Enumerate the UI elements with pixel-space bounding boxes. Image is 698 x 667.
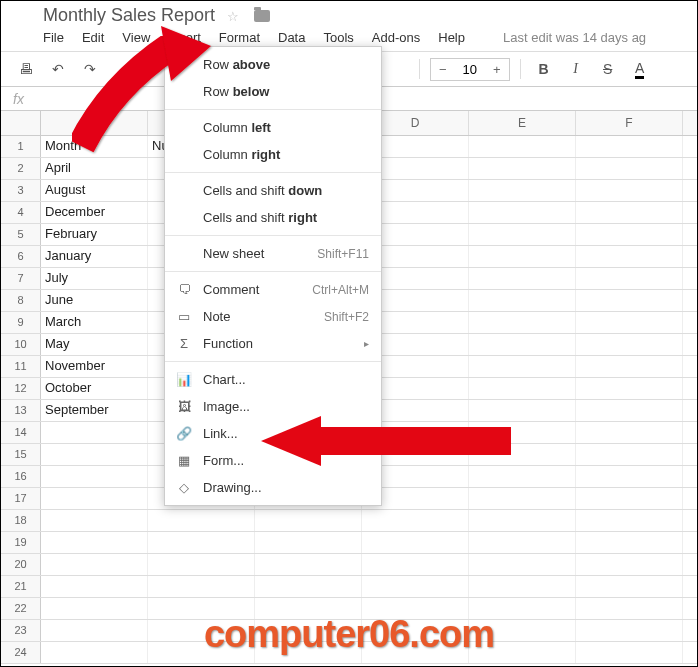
select-all-corner[interactable] [1, 111, 41, 135]
cell[interactable] [576, 158, 683, 179]
print-icon[interactable]: 🖶 [13, 56, 39, 82]
row-header[interactable]: 15 [1, 444, 41, 465]
cell[interactable] [469, 510, 576, 531]
cell[interactable]: June [41, 290, 148, 311]
menu-item-column-right[interactable]: Column right [165, 141, 381, 168]
row-header[interactable]: 13 [1, 400, 41, 421]
row-header[interactable]: 17 [1, 488, 41, 509]
cell[interactable] [469, 576, 576, 597]
cell[interactable] [576, 246, 683, 267]
cell[interactable]: July [41, 268, 148, 289]
cell[interactable]: August [41, 180, 148, 201]
cell[interactable] [41, 576, 148, 597]
cell[interactable] [576, 554, 683, 575]
cell[interactable] [469, 444, 576, 465]
italic-icon[interactable]: I [563, 56, 589, 82]
cell[interactable] [41, 554, 148, 575]
text-color-icon[interactable]: A [627, 56, 653, 82]
cell[interactable] [41, 510, 148, 531]
row-header[interactable]: 11 [1, 356, 41, 377]
cell[interactable] [576, 400, 683, 421]
menu-item-comment[interactable]: 🗨CommentCtrl+Alt+M [165, 276, 381, 303]
undo-icon[interactable]: ↶ [45, 56, 71, 82]
strikethrough-icon[interactable]: S [595, 56, 621, 82]
cell[interactable] [576, 268, 683, 289]
cell[interactable]: December [41, 202, 148, 223]
cell[interactable] [469, 246, 576, 267]
cell[interactable]: March [41, 312, 148, 333]
cell[interactable] [469, 290, 576, 311]
row-header[interactable]: 4 [1, 202, 41, 223]
menu-item-image[interactable]: 🖼Image... [165, 393, 381, 420]
cell[interactable] [41, 444, 148, 465]
menu-insert[interactable]: Insert [168, 30, 201, 45]
cell[interactable] [576, 334, 683, 355]
menu-view[interactable]: View [122, 30, 150, 45]
folder-icon[interactable] [254, 10, 270, 22]
menu-item-drawing[interactable]: ◇Drawing... [165, 474, 381, 501]
cell[interactable] [148, 510, 255, 531]
cell[interactable] [362, 510, 469, 531]
row-header[interactable]: 12 [1, 378, 41, 399]
row-header[interactable]: 16 [1, 466, 41, 487]
cell[interactable] [576, 466, 683, 487]
cell[interactable] [469, 554, 576, 575]
cell[interactable] [41, 532, 148, 553]
menu-item-chart[interactable]: 📊Chart... [165, 366, 381, 393]
row-header[interactable]: 3 [1, 180, 41, 201]
font-size-control[interactable]: − 10 + [430, 58, 510, 81]
last-edit-text[interactable]: Last edit was 14 days ag [503, 30, 646, 45]
cell[interactable] [576, 444, 683, 465]
bold-icon[interactable]: B [531, 56, 557, 82]
cell[interactable] [41, 466, 148, 487]
row-header[interactable]: 9 [1, 312, 41, 333]
menu-item-cells-shift-down[interactable]: Cells and shift down [165, 177, 381, 204]
row-header[interactable]: 6 [1, 246, 41, 267]
cell[interactable] [41, 422, 148, 443]
cell[interactable]: February [41, 224, 148, 245]
cell[interactable]: September [41, 400, 148, 421]
cell[interactable]: May [41, 334, 148, 355]
cell[interactable] [469, 488, 576, 509]
cell[interactable] [469, 400, 576, 421]
menu-data[interactable]: Data [278, 30, 305, 45]
star-icon[interactable]: ☆ [227, 9, 239, 24]
cell[interactable] [362, 532, 469, 553]
menu-item-function[interactable]: ΣFunction▸ [165, 330, 381, 357]
redo-icon[interactable]: ↷ [77, 56, 103, 82]
menu-item-column-left[interactable]: Column left [165, 114, 381, 141]
cell[interactable] [576, 202, 683, 223]
table-row[interactable]: 20 [1, 554, 697, 576]
row-header[interactable]: 21 [1, 576, 41, 597]
col-header-a[interactable]: A [41, 111, 148, 135]
cell[interactable]: October [41, 378, 148, 399]
cell[interactable] [469, 224, 576, 245]
row-header[interactable]: 1 [1, 136, 41, 157]
menu-addons[interactable]: Add-ons [372, 30, 420, 45]
menu-edit[interactable]: Edit [82, 30, 104, 45]
menu-item-form[interactable]: ▦Form... [165, 447, 381, 474]
menu-file[interactable]: File [43, 30, 64, 45]
cell[interactable] [576, 136, 683, 157]
menu-tools[interactable]: Tools [323, 30, 353, 45]
menu-item-link[interactable]: 🔗Link...Ctrl+K [165, 420, 381, 447]
cell[interactable] [576, 422, 683, 443]
cell[interactable]: January [41, 246, 148, 267]
cell[interactable] [469, 356, 576, 377]
cell[interactable] [576, 488, 683, 509]
cell[interactable] [469, 268, 576, 289]
cell[interactable] [469, 422, 576, 443]
cell[interactable] [469, 378, 576, 399]
cell[interactable] [255, 510, 362, 531]
cell[interactable] [148, 576, 255, 597]
cell[interactable] [255, 532, 362, 553]
table-row[interactable]: 21 [1, 576, 697, 598]
row-header[interactable]: 5 [1, 224, 41, 245]
menu-item-new-sheet[interactable]: New sheetShift+F11 [165, 240, 381, 267]
cell[interactable] [255, 554, 362, 575]
cell[interactable] [469, 158, 576, 179]
cell[interactable] [148, 532, 255, 553]
font-size-minus[interactable]: − [431, 59, 455, 80]
cell[interactable] [576, 180, 683, 201]
menu-item-note[interactable]: ▭NoteShift+F2 [165, 303, 381, 330]
